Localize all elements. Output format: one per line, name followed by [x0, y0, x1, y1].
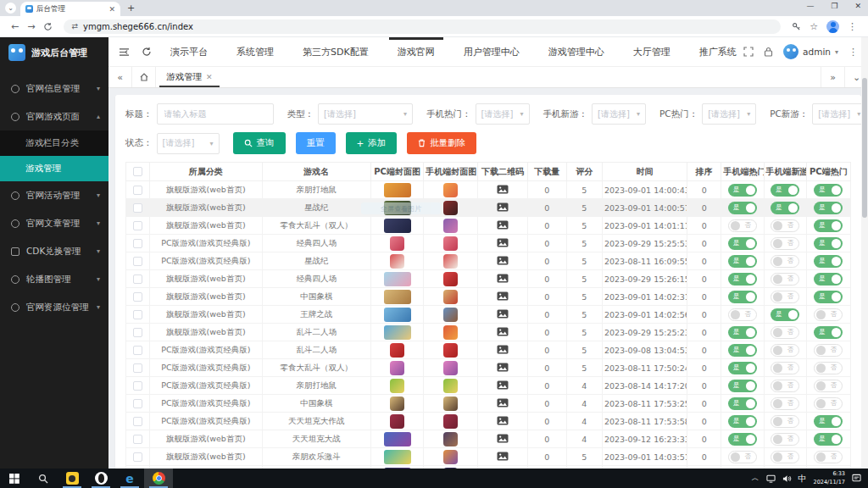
pc-cover-image[interactable]: [390, 414, 404, 429]
row-checkbox[interactable]: [133, 292, 142, 302]
pc-hot-toggle[interactable]: 是: [814, 255, 843, 268]
tabs-scroll-left-icon[interactable]: «: [108, 67, 132, 87]
title-search-input[interactable]: [157, 103, 274, 125]
pc-cover-image[interactable]: [384, 272, 411, 286]
pc-hot-toggle[interactable]: 否: [814, 308, 843, 321]
mobile-hot-toggle[interactable]: 是: [728, 273, 757, 286]
row-checkbox[interactable]: [133, 417, 142, 426]
mobile-hot-toggle[interactable]: 是: [728, 255, 757, 268]
mobile-hot-toggle[interactable]: 否: [728, 219, 757, 232]
mobile-hot-toggle[interactable]: 是: [728, 380, 757, 392]
window-close-button[interactable]: ✕: [854, 2, 861, 10]
pc-hot-toggle[interactable]: 是: [814, 219, 843, 232]
mobile-hot-toggle[interactable]: 是: [728, 202, 757, 214]
mobile-new-toggle[interactable]: 否: [771, 380, 799, 392]
mobile-cover-image[interactable]: [443, 396, 458, 411]
tab-search-icon[interactable]: ⌄: [5, 3, 16, 14]
mobile-hot-toggle[interactable]: 是: [728, 397, 757, 410]
row-checkbox[interactable]: [133, 346, 142, 355]
window-maximize-button[interactable]: ❐: [831, 2, 837, 10]
qr-image-icon[interactable]: [497, 240, 509, 249]
topnav-item[interactable]: 大厅管理: [632, 37, 672, 67]
pc-hot-toggle[interactable]: 否: [814, 362, 843, 374]
row-checkbox[interactable]: [133, 399, 142, 408]
qr-image-icon[interactable]: [497, 311, 509, 320]
topnav-item[interactable]: 推广系统: [698, 37, 738, 67]
row-checkbox[interactable]: [133, 328, 142, 337]
user-menu[interactable]: admin ▾: [783, 44, 838, 59]
site-info-icon[interactable]: ⇄: [71, 22, 78, 30]
pc-hot-toggle[interactable]: 是: [814, 433, 843, 446]
home-icon[interactable]: [132, 67, 156, 87]
qr-image-icon[interactable]: [497, 186, 509, 196]
pc-hot-toggle[interactable]: 否: [814, 344, 843, 357]
qr-image-icon[interactable]: [497, 453, 509, 463]
fullscreen-icon[interactable]: [743, 44, 754, 60]
pc-hot-toggle[interactable]: 是: [814, 415, 843, 428]
search-button[interactable]: 查询: [233, 132, 286, 154]
mobile-new-select[interactable]: [请选择]▾: [592, 103, 646, 125]
reset-button[interactable]: 重置: [296, 132, 336, 154]
sidebar-item-cdk[interactable]: CDK兑换管理 ▾: [0, 237, 108, 265]
taskbar-clock[interactable]: 6:33 2024/11/17: [814, 470, 845, 486]
mobile-cover-image[interactable]: [443, 325, 458, 340]
pc-cover-image[interactable]: [390, 343, 404, 358]
row-checkbox[interactable]: [133, 203, 142, 213]
mobile-cover-image[interactable]: [443, 183, 458, 197]
qr-image-icon[interactable]: [497, 400, 509, 409]
mobile-cover-image[interactable]: [443, 254, 458, 269]
scrollbar-thumb[interactable]: [862, 78, 867, 218]
row-checkbox[interactable]: [133, 381, 142, 391]
pc-hot-toggle[interactable]: 否: [814, 380, 843, 392]
sidebar-item-game-pages[interactable]: 官网游戏页面 ▴: [0, 103, 108, 130]
qr-image-icon[interactable]: [497, 364, 509, 374]
pc-cover-image[interactable]: [384, 290, 411, 304]
qr-image-icon[interactable]: [497, 204, 509, 214]
ime-indicator[interactable]: 中: [798, 473, 807, 485]
row-checkbox[interactable]: [133, 310, 142, 319]
type-select[interactable]: [请选择]▾: [318, 103, 413, 125]
pc-cover-image[interactable]: [390, 396, 404, 411]
mobile-hot-toggle[interactable]: 是: [728, 326, 757, 339]
sidebar-item-activities[interactable]: 官网活动管理 ▾: [0, 181, 108, 209]
mobile-hot-toggle[interactable]: 是: [728, 237, 757, 250]
mobile-cover-image[interactable]: [443, 343, 458, 358]
password-key-icon[interactable]: [792, 22, 801, 31]
mobile-hot-select[interactable]: [请选择]▾: [476, 103, 530, 125]
more-options-icon[interactable]: ⋮: [849, 47, 858, 58]
tray-hidden-icons[interactable]: ︿: [752, 473, 760, 484]
row-checkbox[interactable]: [133, 435, 142, 444]
tab-close-icon[interactable]: ✕: [206, 73, 213, 81]
mobile-cover-image[interactable]: [443, 236, 458, 251]
pc-hot-toggle[interactable]: 是: [814, 184, 843, 197]
pc-hot-toggle[interactable]: 是: [814, 291, 843, 303]
row-checkbox[interactable]: [133, 452, 142, 462]
mobile-new-toggle[interactable]: 否: [771, 433, 799, 446]
mobile-cover-image[interactable]: [443, 414, 458, 429]
tabs-scroll-right-icon[interactable]: »: [821, 67, 844, 87]
mobile-hot-toggle[interactable]: 是: [728, 433, 757, 446]
pc-new-select[interactable]: [请选择]▾: [812, 103, 866, 125]
pc-hot-toggle[interactable]: 否: [814, 397, 843, 410]
mobile-cover-image[interactable]: [443, 432, 458, 446]
mobile-cover-image[interactable]: [443, 201, 458, 215]
row-checkbox[interactable]: [133, 257, 142, 266]
topnav-item[interactable]: 游戏管理中心: [547, 37, 606, 67]
mobile-new-toggle[interactable]: 是: [771, 202, 799, 214]
qr-image-icon[interactable]: [497, 293, 509, 302]
page-scrollbar[interactable]: [861, 37, 868, 469]
sidebar-item-site-info[interactable]: 官网信息管理 ▾: [0, 75, 108, 103]
mobile-cover-image[interactable]: [443, 361, 458, 375]
mobile-new-toggle[interactable]: 否: [771, 415, 799, 428]
lock-icon[interactable]: [764, 44, 773, 60]
pc-cover-image[interactable]: [384, 183, 411, 197]
mobile-hot-toggle[interactable]: 是: [728, 184, 757, 197]
network-icon[interactable]: [766, 474, 776, 483]
sidebar-item-game-category[interactable]: 游戏栏目分类: [0, 130, 108, 156]
forward-icon[interactable]: →: [27, 21, 35, 32]
qr-image-icon[interactable]: [497, 418, 509, 427]
window-minimize-button[interactable]: —: [806, 2, 814, 10]
mobile-hot-toggle[interactable]: 否: [728, 451, 757, 463]
bookmark-star-icon[interactable]: ☆: [810, 21, 818, 32]
topnav-item[interactable]: 演示平台: [169, 37, 209, 67]
